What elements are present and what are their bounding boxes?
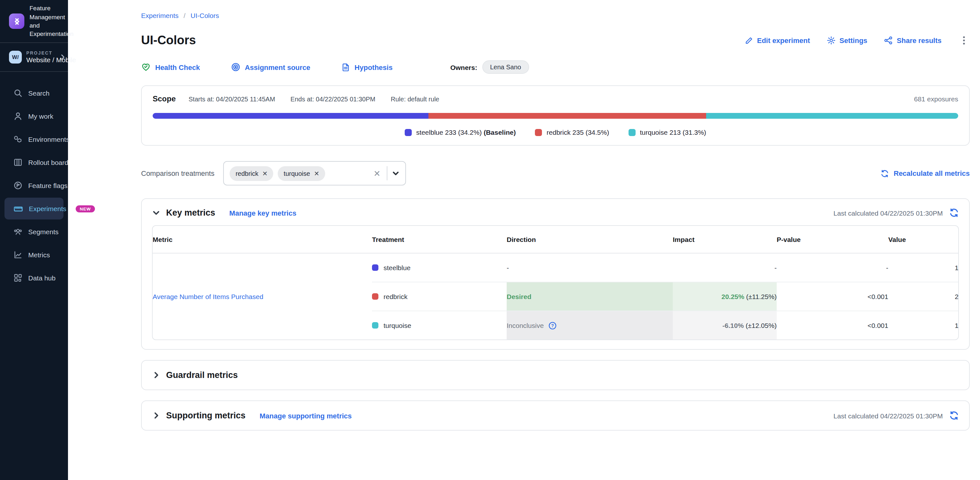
project-name: Website / Mobile — [26, 56, 76, 64]
direction-cell: - — [507, 253, 673, 282]
sidebar-item-experiments[interactable]: Experiments NEW — [5, 198, 64, 220]
treatment-dot-redbrick — [372, 293, 379, 300]
board-columns-icon — [13, 158, 22, 167]
comparison-treatments-select[interactable]: redbrick ✕ turquoise ✕ ✕ — [224, 161, 406, 185]
p-value-cell: <0.001 — [777, 311, 888, 340]
page-title: UI-Colors — [141, 33, 196, 48]
sidebar-item-feature-flags[interactable]: Feature flags — [5, 175, 64, 196]
assignment-source-link[interactable]: Assignment source — [231, 62, 310, 72]
refresh-icon[interactable] — [949, 208, 959, 217]
direction-cell: Inconclusive ? — [507, 311, 673, 340]
scope-card: Scope Starts at: 04/20/2025 11:45AM Ends… — [141, 85, 970, 146]
supporting-metrics-card: Supporting metrics Manage supporting met… — [141, 400, 970, 431]
col-header-value: Value — [888, 226, 959, 253]
share-results-button[interactable]: Share results — [884, 36, 942, 45]
sidebar-item-search[interactable]: Search — [5, 82, 64, 104]
clear-all-icon[interactable]: ✕ — [369, 169, 385, 178]
pencil-icon — [745, 36, 753, 45]
key-metrics-table: Metric Treatment Direction Impact P-valu… — [152, 225, 959, 340]
main-content: Experiments / UI-Colors UI-Colors Edit e… — [68, 0, 980, 431]
sidebar-item-rollout-board[interactable]: Rollout board — [5, 151, 64, 173]
scope-starts-at: Starts at: 04/20/2025 11:45AM — [189, 95, 275, 102]
key-metrics-card: Key metrics Manage key metrics Last calc… — [141, 198, 970, 350]
last-calculated-text: Last calculated 04/22/2025 01:30PM — [834, 209, 943, 217]
app-title: Feature Management and Experimentation — [30, 4, 73, 38]
remove-chip-icon[interactable]: ✕ — [262, 170, 268, 177]
col-header-metric: Metric — [153, 226, 372, 253]
flag-circle-icon — [13, 181, 22, 190]
gear-icon — [827, 36, 836, 45]
treatment-cell: redbrick — [372, 282, 507, 311]
impact-cell: -6.10% (±12.05%) — [673, 311, 777, 340]
collapse-chevron-down-icon[interactable] — [152, 209, 160, 217]
chevron-down-icon[interactable] — [392, 169, 400, 177]
impact-cell: 20.25% (±11.25%) — [673, 282, 777, 311]
select-divider — [387, 166, 388, 180]
settings-button[interactable]: Settings — [827, 36, 867, 45]
legend-item-steelblue: steelblue 233 (34.2%)(Baseline) — [405, 128, 516, 136]
help-icon[interactable]: ? — [548, 321, 557, 330]
breadcrumb-experiments[interactable]: Experiments — [141, 11, 179, 19]
metric-link[interactable]: Average Number of Items Purchased — [153, 293, 263, 300]
owner-pill: Lena Sano — [482, 60, 529, 74]
refresh-icon[interactable] — [949, 411, 959, 420]
remove-chip-icon[interactable]: ✕ — [314, 170, 320, 177]
manage-key-metrics-link[interactable]: Manage key metrics — [229, 209, 296, 217]
key-metrics-title: Key metrics — [166, 208, 215, 217]
sidebar-item-environments[interactable]: Environments — [5, 128, 64, 150]
sidebar-item-metrics[interactable]: Metrics — [5, 244, 64, 266]
manage-supporting-metrics-link[interactable]: Manage supporting metrics — [260, 411, 352, 419]
hypothesis-link[interactable]: Hypothesis — [341, 62, 393, 72]
legend-item-turquoise: turquoise 213 (31.3%) — [628, 128, 706, 136]
chip-turquoise: turquoise ✕ — [278, 166, 325, 181]
heart-check-icon — [141, 62, 151, 72]
more-options-button[interactable] — [958, 35, 970, 46]
legend-item-redbrick: redbrick 235 (34.5%) — [535, 128, 609, 136]
breadcrumb-current[interactable]: UI-Colors — [191, 11, 219, 19]
expand-chevron-right-icon[interactable] — [152, 411, 160, 420]
hexagons-icon — [13, 135, 22, 144]
sidebar: Feature Management and Experimentation W… — [0, 0, 68, 480]
app-root: Feature Management and Experimentation W… — [0, 0, 980, 480]
project-label: PROJECT — [26, 51, 76, 55]
sidebar-menu: Search My work Environments Rollout boar… — [0, 72, 68, 289]
treatment-dot-turquoise — [372, 322, 379, 329]
sidebar-item-segments[interactable]: Segments — [5, 221, 64, 242]
people-group-icon — [13, 227, 22, 236]
distribution-segment-steelblue — [153, 113, 428, 119]
comparison-treatments-row: Comparison treatments redbrick ✕ turquoi… — [141, 161, 970, 185]
share-icon — [884, 36, 893, 45]
sidebar-item-data-hub[interactable]: Data hub — [5, 267, 64, 289]
treatment-distribution-bar — [153, 113, 958, 119]
person-icon — [13, 112, 22, 121]
treatment-cell: steelblue — [372, 253, 507, 282]
svg-text:?: ? — [551, 323, 554, 328]
distribution-segment-turquoise — [706, 113, 958, 119]
impact-cell: - — [673, 253, 777, 282]
recalculate-all-metrics-button[interactable]: Recalculate all metrics — [881, 169, 970, 177]
exposures-count: 681 exposures — [914, 95, 958, 103]
document-icon — [341, 62, 350, 72]
guardrail-metrics-card: Guardrail metrics — [141, 360, 970, 390]
project-switcher[interactable]: W/ PROJECT Website / Mobile — [0, 43, 68, 71]
brand: Feature Management and Experimentation — [0, 0, 68, 42]
header-actions: Edit experiment Settings Share results — [745, 35, 970, 46]
legend-swatch-redbrick — [535, 129, 542, 136]
legend-swatch-steelblue — [405, 129, 412, 136]
project-avatar: W/ — [9, 51, 22, 64]
edit-experiment-button[interactable]: Edit experiment — [745, 36, 810, 45]
grid-blocks-icon — [13, 273, 22, 282]
health-check-link[interactable]: Health Check — [141, 62, 200, 72]
p-value-cell: - — [777, 253, 888, 282]
value-cell: 2.20 — [888, 282, 959, 311]
col-header-p-value: P-value — [777, 226, 888, 253]
expand-chevron-right-icon[interactable] — [152, 371, 160, 379]
breadcrumb-separator: / — [184, 11, 186, 19]
scope-title: Scope — [153, 94, 176, 103]
metric-cell: Average Number of Items Purchased — [153, 253, 372, 340]
split-logo-icon — [9, 13, 24, 29]
direction-cell: Desired — [507, 282, 673, 311]
last-calculated-text: Last calculated 04/22/2025 01:30PM — [834, 411, 943, 419]
distribution-segment-redbrick — [428, 113, 706, 119]
sidebar-item-my-work[interactable]: My work — [5, 105, 64, 127]
